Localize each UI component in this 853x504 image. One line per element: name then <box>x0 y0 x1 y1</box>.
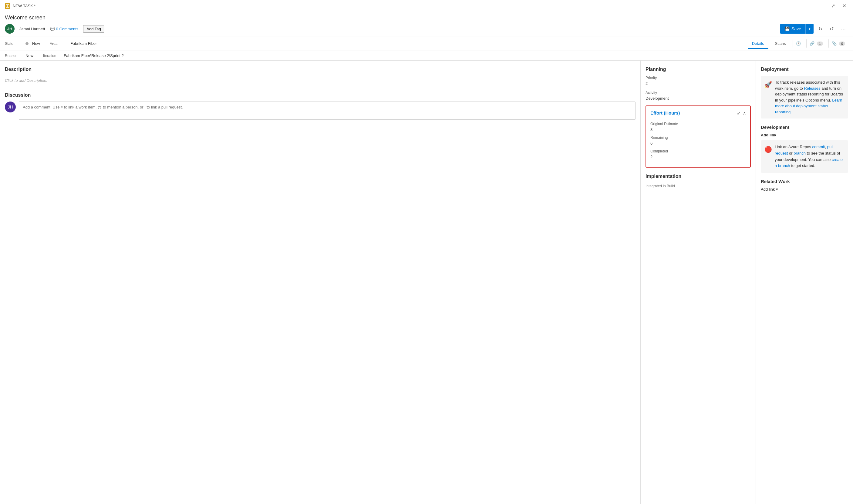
dev-link-text: Link an Azure Repos commit, pull request… <box>775 144 845 169</box>
commit-link[interactable]: commit <box>812 145 825 149</box>
links-icon: 🔗 <box>810 41 815 46</box>
title-bar-left: NEW TASK * <box>5 3 35 9</box>
deployment-text: To track releases associated with this w… <box>775 79 845 115</box>
remaining-label: Remaining <box>650 136 746 140</box>
iteration-field: Iteration Fabrikam Fiber\Release 2\Sprin… <box>43 53 124 58</box>
area-value[interactable]: Fabrikam Fiber <box>70 41 97 46</box>
completed-value[interactable]: 2 <box>650 155 746 159</box>
original-estimate-label: Original Estimate <box>650 122 746 126</box>
priority-field: Priority 2 <box>645 76 751 86</box>
author-name: Jamal Hartnett <box>19 27 45 31</box>
implementation-title: Implementation <box>645 174 751 179</box>
description-title: Description <box>5 67 636 72</box>
dev-text1: Link an Azure Repos <box>775 145 812 149</box>
header-meta: JH Jamal Hartnett 💬 0 Comments Add Tag 💾… <box>5 24 848 36</box>
add-link-button[interactable]: Add link <box>761 133 848 137</box>
add-link-label: Add link <box>761 133 776 137</box>
releases-link[interactable]: Releases <box>804 86 820 91</box>
left-panel: Description Click to add Description. Di… <box>0 60 641 504</box>
dev-text3: or <box>788 151 794 156</box>
comments-count: 0 Comments <box>56 27 79 31</box>
window-title: NEW TASK * <box>13 4 35 8</box>
more-options-button[interactable]: ⋯ <box>838 25 848 33</box>
related-work-section: Related Work Add link ▾ <box>761 179 848 192</box>
deployment-box: 🚀 To track releases associated with this… <box>761 76 848 119</box>
tab-scans[interactable]: Scans <box>771 39 790 49</box>
completed-label: Completed <box>650 149 746 154</box>
effort-expand-button[interactable]: ⤢ <box>737 111 741 115</box>
planning-title: Planning <box>645 67 751 72</box>
reason-label: Reason <box>5 54 23 58</box>
priority-value[interactable]: 2 <box>645 81 751 86</box>
development-section: Development Add link 🔴 Link an Azure Rep… <box>761 125 848 173</box>
description-input[interactable]: Click to add Description. <box>5 76 636 85</box>
fields-left: State New Area Fabrikam Fiber <box>5 41 97 46</box>
tab-history[interactable]: 🕐 <box>793 39 804 48</box>
deployment-icon: 🚀 <box>764 80 772 115</box>
tab-attachments[interactable]: 📎 0 <box>829 39 848 48</box>
integrated-in-build-label: Integrated in Build <box>645 184 751 188</box>
iteration-value[interactable]: Fabrikam Fiber\Release 2\Sprint 2 <box>64 53 124 58</box>
effort-header: Effort (Hours) ⤢ ∧ <box>650 110 746 118</box>
discussion-title: Discussion <box>5 92 636 98</box>
priority-label: Priority <box>645 76 751 80</box>
discussion-comment-input[interactable] <box>19 102 636 120</box>
chevron-down-icon: ▾ <box>776 187 778 192</box>
header-meta-right: 💾 Save ▾ ↻ ↺ ⋯ <box>780 24 848 34</box>
original-estimate-field: Original Estimate 8 <box>650 122 746 132</box>
discussion-area: Discussion JH <box>5 92 636 120</box>
comments-link[interactable]: 💬 0 Comments <box>50 27 79 31</box>
effort-title: Effort (Hours) <box>650 110 680 115</box>
tab-details[interactable]: Details <box>748 39 768 49</box>
deployment-section: Deployment 🚀 To track releases associate… <box>761 67 848 119</box>
branch-link[interactable]: branch <box>794 151 806 156</box>
effort-box: Effort (Hours) ⤢ ∧ Original Estimate 8 R… <box>645 106 751 167</box>
area-field: Area Fabrikam Fiber <box>50 41 97 46</box>
maximize-button[interactable]: ⤢ <box>829 2 837 10</box>
title-bar-controls: ⤢ ✕ <box>829 2 848 10</box>
remaining-value[interactable]: 6 <box>650 141 746 145</box>
fields-row-2: Reason New Iteration Fabrikam Fiber\Rele… <box>0 51 853 60</box>
related-work-add-link[interactable]: Add link ▾ <box>761 187 848 192</box>
discussion-input-row: JH <box>5 102 636 120</box>
links-badge: 1 <box>817 41 823 46</box>
dev-link-box: 🔴 Link an Azure Repos commit, pull reque… <box>761 140 848 173</box>
history-icon: 🕐 <box>796 41 801 46</box>
page-title: Welcome screen <box>5 15 848 21</box>
save-button[interactable]: 💾 Save <box>780 24 805 34</box>
tab-links[interactable]: 🔗 1 <box>806 39 826 48</box>
save-dropdown-button[interactable]: ▾ <box>805 24 814 34</box>
azure-repos-icon: 🔴 <box>764 145 772 152</box>
discussion-user-initials: JH <box>7 105 13 109</box>
attachments-icon: 📎 <box>832 41 837 46</box>
task-icon <box>5 3 10 9</box>
deployment-title: Deployment <box>761 67 848 72</box>
original-estimate-value[interactable]: 8 <box>650 127 746 132</box>
right-panel: Deployment 🚀 To track releases associate… <box>756 60 853 504</box>
related-work-add-label: Add link <box>761 187 775 192</box>
remaining-field: Remaining 6 <box>650 136 746 145</box>
title-bar: NEW TASK * ⤢ ✕ <box>0 0 853 12</box>
save-button-group: 💾 Save ▾ <box>780 24 814 34</box>
related-work-title: Related Work <box>761 179 848 184</box>
main-content: Description Click to add Description. Di… <box>0 60 853 504</box>
add-tag-button[interactable]: Add Tag <box>83 25 104 33</box>
activity-value[interactable]: Development <box>645 96 751 101</box>
dev-text2: , <box>825 145 827 149</box>
reason-value[interactable]: New <box>25 53 33 58</box>
avatar: JH <box>5 24 15 34</box>
state-value[interactable]: New <box>32 41 40 46</box>
attachments-badge: 0 <box>839 41 845 46</box>
state-label: State <box>5 41 23 46</box>
tabs-row: Details Scans 🕐 🔗 1 📎 0 <box>748 39 848 48</box>
area-label: Area <box>50 41 68 46</box>
refresh-button[interactable]: ↻ <box>816 25 825 33</box>
completed-field: Completed 2 <box>650 149 746 159</box>
fields-row: State New Area Fabrikam Fiber Details Sc… <box>0 36 853 51</box>
implementation-section: Implementation Integrated in Build <box>645 174 751 188</box>
activity-field: Activity Development <box>645 91 751 101</box>
undo-button[interactable]: ↺ <box>827 25 836 33</box>
effort-collapse-button[interactable]: ∧ <box>743 111 746 115</box>
close-button[interactable]: ✕ <box>840 2 848 10</box>
middle-panel: Planning Priority 2 Activity Development… <box>641 60 756 504</box>
